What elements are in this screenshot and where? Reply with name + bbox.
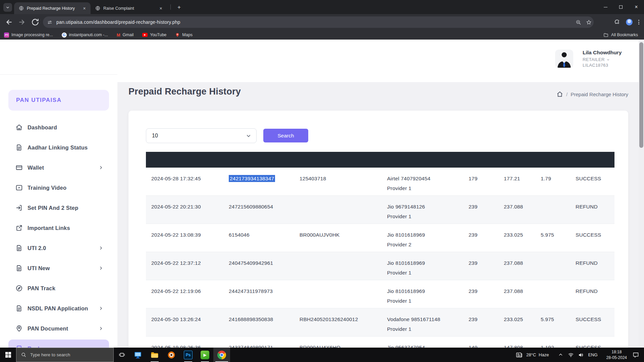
all-bookmarks-button[interactable]: All Bookmarks — [603, 33, 638, 38]
browser-tab[interactable]: Raise Complaint × — [91, 2, 167, 14]
reload-icon[interactable] — [31, 18, 40, 26]
extensions-icon[interactable] — [614, 19, 620, 25]
sidebar-item[interactable]: Wallet — [0, 158, 117, 178]
tab-list: Prepaid Recharge History × Raise Complai… — [14, 2, 167, 14]
folder-icon — [150, 351, 159, 359]
sidebar-item[interactable]: NSDL PAN Application — [0, 298, 117, 318]
pin-icon — [15, 325, 23, 332]
table-row[interactable]: 2024-05-22 20:21:30 247215609880654 Jio … — [146, 196, 614, 224]
language-indicator[interactable]: ENG — [588, 352, 597, 357]
new-tab-button[interactable]: + — [175, 3, 183, 11]
minimize-button[interactable] — [598, 0, 613, 14]
play-app-button[interactable]: ▶ — [197, 348, 213, 362]
details-line: Jio 9679148126 — [387, 204, 463, 210]
column-header — [535, 152, 570, 168]
photoshop-button[interactable]: Ps — [180, 348, 197, 362]
page-size-select[interactable]: 10 — [146, 128, 257, 143]
sidebar-item[interactable]: UTI New — [0, 258, 117, 278]
profile-texts: Lila Chowdhury RETAILER LILAC18763 — [583, 50, 622, 68]
sidebar-item[interactable]: Recharge — [0, 339, 117, 348]
details-line: Vodafone 9851671148 — [387, 316, 463, 322]
temperature-label[interactable]: 28°C — [526, 352, 536, 357]
site-settings-icon[interactable] — [47, 20, 52, 25]
minimize-icon — [604, 7, 607, 7]
weather-condition-label[interactable]: Haze — [539, 352, 549, 357]
date-label: 28-05-2024 — [606, 355, 627, 360]
sidebar-item[interactable]: UTI 2.0 — [0, 238, 117, 258]
forward-icon[interactable] — [17, 18, 26, 26]
back-icon[interactable] — [5, 18, 13, 26]
tab-close-icon[interactable]: × — [158, 5, 164, 11]
tab-close-icon[interactable]: × — [82, 5, 87, 11]
brand-box[interactable]: PAN UTIPAISA — [8, 90, 109, 111]
cell-operator-order-id: RBH2405201326240012 — [294, 308, 382, 336]
sidebar-item[interactable]: PAN Document — [0, 318, 117, 339]
browser-profile-avatar[interactable] — [626, 18, 633, 26]
wifi-icon[interactable] — [568, 352, 574, 358]
search-icon — [21, 352, 26, 357]
cell-details: Jio 8101618969 Provider 2 — [382, 224, 463, 252]
bookmark-item[interactable]: M Gmail — [117, 33, 134, 38]
cell-operator-order-id — [294, 280, 382, 308]
recharge-history-table: 2024-05-28 17:32:45 242173934138347 1254… — [146, 152, 614, 348]
notification-center-icon[interactable] — [632, 351, 639, 358]
page-title: Prepaid Recharge History — [128, 86, 241, 97]
tab-search-button[interactable] — [3, 3, 12, 12]
omnibox-actions — [576, 16, 592, 28]
cell-debit: 233.025 — [498, 308, 535, 336]
cell-status: SUCCESS — [570, 168, 614, 195]
sidebar-item[interactable]: PAN Track — [0, 278, 117, 298]
sidebar-item[interactable]: Training Video — [0, 178, 117, 198]
remote-desktop-button[interactable] — [129, 348, 146, 362]
news-weather-icon[interactable] — [516, 351, 523, 359]
sidebar-item-label: Dashboard — [28, 124, 57, 131]
url-bar[interactable]: pan.utipaisa.com/dashboard/prepaid-recha… — [43, 16, 594, 28]
taskbar-search-input[interactable] — [30, 352, 97, 357]
cell-earning — [535, 252, 570, 280]
taskbar-search[interactable] — [16, 348, 114, 362]
table-row[interactable]: 2024-05-22 12:19:06 244247311978973 Jio … — [146, 280, 614, 308]
orange-app-button[interactable] — [163, 348, 180, 362]
bookmark-item[interactable]: Maps — [175, 33, 193, 37]
task-view-button[interactable] — [114, 348, 129, 362]
file-explorer-button[interactable] — [146, 348, 163, 362]
details-line: Jio 8101618969 — [387, 260, 463, 266]
scrollbar-thumb[interactable] — [639, 42, 643, 148]
user-role-label: RETAILER — [583, 57, 605, 62]
cell-earning: 1.79 — [535, 168, 570, 195]
chevron-up-icon[interactable] — [558, 352, 563, 357]
sidebar-item[interactable]: Aadhar Linking Status — [0, 137, 117, 158]
scrollbar[interactable] — [639, 40, 644, 348]
clock[interactable]: 18:18 28-05-2024 — [606, 349, 627, 360]
table-row[interactable]: 2024-05-22 12:37:12 240475409942961 Jio … — [146, 252, 614, 280]
user-profile[interactable]: Lila Chowdhury RETAILER LILAC18763 — [555, 50, 622, 68]
chevron-right-icon — [99, 306, 103, 311]
table-row[interactable]: 2024-05-19 08:26:36 243374849890171 BR00… — [146, 337, 614, 348]
page-viewport: PAN UTIPAISA Dashboard Aadhar Linking St… — [0, 40, 644, 348]
volume-icon[interactable] — [578, 352, 584, 358]
start-button[interactable] — [0, 348, 16, 362]
sidebar-item[interactable]: Set PIN And 2 Step — [0, 198, 117, 218]
menu-kebab-icon[interactable] — [638, 20, 639, 24]
table-row[interactable]: 2024-05-28 17:32:45 242173934138347 1254… — [146, 168, 614, 196]
sidebar-item[interactable]: Important Links — [0, 218, 117, 238]
browser-tab[interactable]: Prepaid Recharge History × — [14, 2, 91, 14]
user-role[interactable]: RETAILER — [583, 57, 622, 62]
bookmark-item[interactable]: ▶ YouTube — [142, 33, 166, 37]
sidebar-item-label: UTI New — [28, 265, 50, 272]
bookmark-item[interactable]: JPG Image processing re... — [4, 33, 53, 38]
bookmark-star-icon[interactable] — [586, 19, 592, 25]
transaction-id-text: 240475409942961 — [229, 260, 273, 266]
table-row[interactable]: 2024-05-22 13:08:39 6154046 BR000AUJV0HK… — [146, 224, 614, 252]
provider-line: Provider 1 — [387, 214, 463, 220]
chrome-button[interactable] — [213, 348, 230, 362]
bookmark-item[interactable]: G instantpanuti.com -... — [62, 33, 108, 38]
table-row[interactable]: 2024-05-20 13:26:24 241688898350838 RBH2… — [146, 308, 614, 337]
search-button[interactable]: Search — [263, 129, 308, 142]
sidebar-item[interactable]: Dashboard — [0, 117, 117, 137]
zoom-icon[interactable] — [576, 19, 581, 25]
close-button[interactable]: × — [629, 0, 644, 14]
maps-icon — [175, 33, 180, 37]
maximize-button[interactable] — [613, 0, 629, 14]
home-icon[interactable] — [556, 91, 563, 98]
